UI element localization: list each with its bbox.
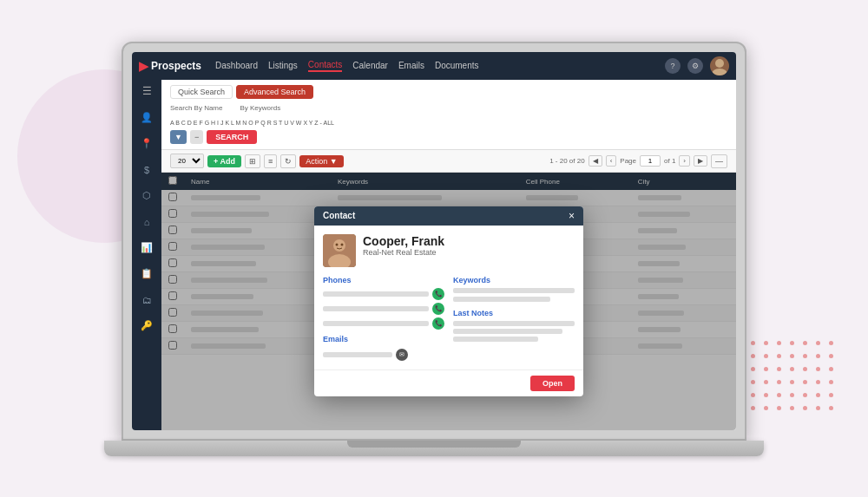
by-keywords-label: By Keywords xyxy=(240,104,280,112)
prev-btn[interactable]: ‹ xyxy=(606,155,617,167)
search-by-name-group: Search By Name xyxy=(170,104,222,114)
modal-overlay: Contact × xyxy=(161,173,736,429)
sidebar-icon-chart[interactable]: 📊 xyxy=(138,239,155,257)
phone-row-1: 📞 xyxy=(323,288,444,300)
svg-point-0 xyxy=(715,59,724,68)
search-tabs: Quick Search Advanced Search xyxy=(170,85,727,99)
help-icon[interactable]: ? xyxy=(665,58,681,74)
records-per-page-select[interactable]: 20 xyxy=(170,154,204,168)
settings-icon[interactable]: ⚙ xyxy=(687,58,703,74)
notes-bar-3 xyxy=(453,337,538,342)
keywords-section-label: Keywords xyxy=(453,276,575,284)
laptop-frame: ▶ Prospects Dashboard Listings Contacts … xyxy=(104,42,764,456)
sidebar-icon-dollar[interactable]: $ xyxy=(138,161,155,179)
by-keywords-group: By Keywords xyxy=(240,104,280,114)
modal-footer: Open xyxy=(314,369,583,396)
sidebar: ☰ 👤 📍 $ ⬡ ⌂ 📊 📋 🗂 🔑 xyxy=(132,80,161,430)
of-label: of 1 xyxy=(664,157,675,165)
nav-contacts[interactable]: Contacts xyxy=(308,60,342,72)
emails-label: Emails xyxy=(323,335,444,343)
nav-documents[interactable]: Documents xyxy=(435,61,479,70)
list-view-btn[interactable]: ≡ xyxy=(264,154,277,168)
search-by-name-label: Search By Name xyxy=(170,104,222,112)
svg-point-3 xyxy=(333,239,345,252)
advanced-search-tab[interactable]: Advanced Search xyxy=(236,85,313,99)
nav-emails[interactable]: Emails xyxy=(398,61,424,70)
email-icon[interactable]: ✉ xyxy=(396,349,408,361)
sidebar-icon-pin[interactable]: 📍 xyxy=(138,135,155,153)
contact-avatar-img xyxy=(323,234,356,267)
top-nav: ▶ Prospects Dashboard Listings Contacts … xyxy=(132,52,736,80)
phone-icon-2[interactable]: 📞 xyxy=(432,303,444,315)
nav-calendar[interactable]: Calendar xyxy=(352,61,388,70)
keyword-bar-1 xyxy=(453,288,575,293)
sidebar-icon-key[interactable]: 🔑 xyxy=(138,317,155,335)
sidebar-icon-hex[interactable]: ⬡ xyxy=(138,187,155,205)
notes-bar-2 xyxy=(453,329,562,334)
minus-btn[interactable]: − xyxy=(190,130,203,144)
modal-body: Cooper, Frank Real-Net Real Estate Phone… xyxy=(314,226,583,369)
nav-listings[interactable]: Listings xyxy=(268,61,298,70)
user-avatar[interactable] xyxy=(710,56,729,75)
nav-dashboard[interactable]: Dashboard xyxy=(215,61,258,70)
quick-search-tab[interactable]: Quick Search xyxy=(170,85,233,99)
keyword-bar-2 xyxy=(453,297,550,302)
toolbar: 20 + Add ⊞ ≡ ↻ Action ▼ 1 - 20 of 20 ◀ ‹… xyxy=(161,150,736,173)
prev-page-btn[interactable]: ◀ xyxy=(589,155,602,167)
page-number-input[interactable] xyxy=(640,155,661,167)
alpha-bar: A B C D E F G H I J K L M N O P Q R S T … xyxy=(170,119,727,128)
table-container: Name Keywords Cell Phone City xyxy=(161,173,736,429)
svg-point-6 xyxy=(341,243,344,245)
search-controls-row: ▼ − SEARCH xyxy=(170,130,727,144)
modal-header: Contact × xyxy=(314,206,583,226)
notes-bar-1 xyxy=(453,321,575,326)
alpha-chars: A B C D E F G H I J K L M N O P Q R S T … xyxy=(170,119,334,128)
last-notes-section-label: Last Notes xyxy=(453,309,575,317)
pagination-info: 1 - 20 of 20 xyxy=(549,157,584,165)
contact-header: Cooper, Frank Real-Net Real Estate xyxy=(323,234,575,267)
next-page-btn[interactable]: ▶ xyxy=(694,155,707,167)
main-content: ☰ 👤 📍 $ ⬡ ⌂ 📊 📋 🗂 🔑 xyxy=(132,80,736,430)
logo-icon: ▶ xyxy=(139,59,148,73)
modal-col-right: Keywords Last Notes xyxy=(453,276,575,361)
app-container: ▶ Prospects Dashboard Listings Contacts … xyxy=(132,52,736,430)
nav-right: ? ⚙ xyxy=(665,56,729,75)
search-button[interactable]: SEARCH xyxy=(207,130,257,144)
contact-info: Cooper, Frank Real-Net Real Estate xyxy=(363,234,444,257)
next-btn[interactable]: › xyxy=(679,155,690,167)
modal-close-button[interactable]: × xyxy=(569,211,575,221)
logo-text: Prospects xyxy=(151,60,201,72)
add-button[interactable]: + Add xyxy=(207,155,241,167)
search-bar-area: Quick Search Advanced Search Search By N… xyxy=(161,80,736,151)
page-label: Page xyxy=(620,157,636,165)
phone-icon-1[interactable]: 📞 xyxy=(432,288,444,300)
phone-row-2: 📞 xyxy=(323,303,444,315)
modal-columns: Phones 📞 📞 xyxy=(323,276,575,361)
svg-point-1 xyxy=(712,69,727,75)
sidebar-icon-home[interactable]: ⌂ xyxy=(138,213,155,231)
nav-logo: ▶ Prospects xyxy=(139,59,201,73)
sidebar-icon-reports[interactable]: 📋 xyxy=(138,265,155,283)
screen-frame: ▶ Prospects Dashboard Listings Contacts … xyxy=(122,42,746,441)
modal-col-left: Phones 📞 📞 xyxy=(323,276,444,361)
search-fields-row: Search By Name By Keywords xyxy=(170,104,727,114)
content-area: Quick Search Advanced Search Search By N… xyxy=(161,80,736,430)
email-row: ✉ xyxy=(323,349,444,361)
contact-avatar xyxy=(323,234,356,267)
phones-label: Phones xyxy=(323,276,444,284)
laptop-base-notch xyxy=(347,441,521,448)
modal-title: Contact xyxy=(323,211,355,220)
sidebar-icon-files[interactable]: 🗂 xyxy=(138,291,155,309)
refresh-btn[interactable]: ↻ xyxy=(280,154,296,168)
collapse-btn[interactable]: — xyxy=(711,154,727,168)
nav-items: Dashboard Listings Contacts Calendar Ema… xyxy=(215,60,665,72)
action-button[interactable]: Action ▼ xyxy=(299,155,343,167)
dropdown-btn-blue[interactable]: ▼ xyxy=(170,130,187,144)
contact-title: Real-Net Real Estate xyxy=(363,248,444,257)
sidebar-icon-person[interactable]: 👤 xyxy=(138,109,155,127)
sidebar-hamburger[interactable]: ☰ xyxy=(142,85,152,97)
contact-modal: Contact × xyxy=(314,206,583,396)
open-button[interactable]: Open xyxy=(530,376,575,391)
phone-icon-3[interactable]: 📞 xyxy=(432,317,444,330)
grid-view-btn[interactable]: ⊞ xyxy=(245,154,260,168)
